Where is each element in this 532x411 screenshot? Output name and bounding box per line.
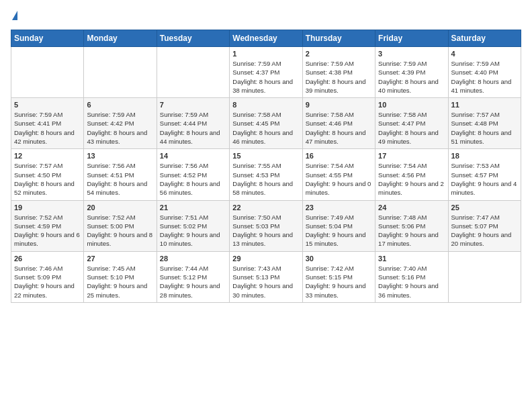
calendar-cell: 2Sunrise: 7:59 AM Sunset: 4:38 PM Daylig… xyxy=(302,47,375,98)
day-info: Sunrise: 7:53 AM Sunset: 4:57 PM Dayligh… xyxy=(451,161,518,197)
day-info: Sunrise: 7:42 AM Sunset: 5:15 PM Dayligh… xyxy=(306,264,372,300)
day-number: 19 xyxy=(14,203,81,212)
calendar-table: SundayMondayTuesdayWednesdayThursdayFrid… xyxy=(11,30,521,303)
day-number: 8 xyxy=(232,101,299,109)
day-info: Sunrise: 7:45 AM Sunset: 5:10 PM Dayligh… xyxy=(87,264,153,300)
calendar-cell: 25Sunrise: 7:47 AM Sunset: 5:07 PM Dayli… xyxy=(448,200,521,251)
weekday-header: Sunday xyxy=(11,30,84,47)
calendar-cell: 10Sunrise: 7:58 AM Sunset: 4:47 PM Dayli… xyxy=(375,98,448,149)
logo-triangle-icon xyxy=(12,11,17,20)
calendar-cell: 3Sunrise: 7:59 AM Sunset: 4:39 PM Daylig… xyxy=(375,47,448,98)
day-info: Sunrise: 7:48 AM Sunset: 5:06 PM Dayligh… xyxy=(378,213,445,248)
calendar-cell: 21Sunrise: 7:51 AM Sunset: 5:02 PM Dayli… xyxy=(157,200,229,251)
day-info: Sunrise: 7:59 AM Sunset: 4:42 PM Dayligh… xyxy=(87,110,153,146)
day-number: 22 xyxy=(232,203,299,212)
day-info: Sunrise: 7:50 AM Sunset: 5:03 PM Dayligh… xyxy=(232,213,299,248)
day-info: Sunrise: 7:54 AM Sunset: 4:55 PM Dayligh… xyxy=(306,161,372,197)
day-info: Sunrise: 7:59 AM Sunset: 4:40 PM Dayligh… xyxy=(451,59,518,95)
calendar-cell xyxy=(84,47,157,98)
day-info: Sunrise: 7:52 AM Sunset: 4:59 PM Dayligh… xyxy=(14,213,81,248)
day-info: Sunrise: 7:43 AM Sunset: 5:13 PM Dayligh… xyxy=(232,264,299,300)
day-info: Sunrise: 7:59 AM Sunset: 4:37 PM Dayligh… xyxy=(232,59,299,95)
calendar-cell: 18Sunrise: 7:53 AM Sunset: 4:57 PM Dayli… xyxy=(448,149,521,200)
day-info: Sunrise: 7:59 AM Sunset: 4:38 PM Dayligh… xyxy=(306,59,372,95)
day-number: 6 xyxy=(87,101,153,109)
day-info: Sunrise: 7:55 AM Sunset: 4:53 PM Dayligh… xyxy=(232,161,299,197)
calendar-cell: 30Sunrise: 7:42 AM Sunset: 5:15 PM Dayli… xyxy=(302,251,375,302)
day-number: 26 xyxy=(14,255,81,263)
calendar-cell xyxy=(157,47,229,98)
weekday-header: Thursday xyxy=(302,30,375,47)
day-number: 17 xyxy=(378,152,445,160)
calendar-cell: 16Sunrise: 7:54 AM Sunset: 4:55 PM Dayli… xyxy=(302,149,375,200)
calendar-cell: 29Sunrise: 7:43 AM Sunset: 5:13 PM Dayli… xyxy=(230,251,302,302)
weekday-header: Friday xyxy=(375,30,448,47)
logo-text xyxy=(11,11,17,21)
calendar-cell: 12Sunrise: 7:57 AM Sunset: 4:50 PM Dayli… xyxy=(11,149,84,200)
day-number: 9 xyxy=(306,101,372,109)
calendar-cell xyxy=(11,47,84,98)
day-number: 21 xyxy=(160,203,226,212)
day-number: 15 xyxy=(232,152,299,160)
day-info: Sunrise: 7:58 AM Sunset: 4:46 PM Dayligh… xyxy=(306,110,372,146)
calendar-cell: 23Sunrise: 7:49 AM Sunset: 5:04 PM Dayli… xyxy=(302,200,375,251)
weekday-header: Saturday xyxy=(448,30,521,47)
day-number: 13 xyxy=(87,152,153,160)
day-info: Sunrise: 7:40 AM Sunset: 5:16 PM Dayligh… xyxy=(378,264,445,300)
calendar-cell xyxy=(448,251,521,302)
day-number: 3 xyxy=(378,50,445,58)
calendar-cell: 5Sunrise: 7:59 AM Sunset: 4:41 PM Daylig… xyxy=(11,98,84,149)
day-info: Sunrise: 7:59 AM Sunset: 4:39 PM Dayligh… xyxy=(378,59,445,95)
calendar-week-row: 26Sunrise: 7:46 AM Sunset: 5:09 PM Dayli… xyxy=(11,251,521,302)
day-info: Sunrise: 7:57 AM Sunset: 4:48 PM Dayligh… xyxy=(451,110,518,146)
weekday-header: Wednesday xyxy=(230,30,302,47)
day-number: 20 xyxy=(87,203,153,212)
calendar-week-row: 1Sunrise: 7:59 AM Sunset: 4:37 PM Daylig… xyxy=(11,47,521,98)
day-info: Sunrise: 7:58 AM Sunset: 4:47 PM Dayligh… xyxy=(378,110,445,146)
day-info: Sunrise: 7:56 AM Sunset: 4:51 PM Dayligh… xyxy=(87,161,153,197)
calendar-week-row: 12Sunrise: 7:57 AM Sunset: 4:50 PM Dayli… xyxy=(11,149,521,200)
day-info: Sunrise: 7:51 AM Sunset: 5:02 PM Dayligh… xyxy=(160,213,226,248)
day-info: Sunrise: 7:49 AM Sunset: 5:04 PM Dayligh… xyxy=(306,213,372,248)
day-info: Sunrise: 7:59 AM Sunset: 4:41 PM Dayligh… xyxy=(14,110,81,146)
logo xyxy=(11,11,17,21)
calendar-cell: 4Sunrise: 7:59 AM Sunset: 4:40 PM Daylig… xyxy=(448,47,521,98)
day-info: Sunrise: 7:54 AM Sunset: 4:56 PM Dayligh… xyxy=(378,161,445,197)
page-container: SundayMondayTuesdayWednesdayThursdayFrid… xyxy=(0,0,532,308)
calendar-cell: 31Sunrise: 7:40 AM Sunset: 5:16 PM Dayli… xyxy=(375,251,448,302)
day-number: 28 xyxy=(160,255,226,263)
day-number: 1 xyxy=(232,50,299,58)
day-info: Sunrise: 7:46 AM Sunset: 5:09 PM Dayligh… xyxy=(14,264,81,300)
calendar-cell: 27Sunrise: 7:45 AM Sunset: 5:10 PM Dayli… xyxy=(84,251,157,302)
day-info: Sunrise: 7:58 AM Sunset: 4:45 PM Dayligh… xyxy=(232,110,299,146)
calendar-cell: 11Sunrise: 7:57 AM Sunset: 4:48 PM Dayli… xyxy=(448,98,521,149)
day-number: 24 xyxy=(378,203,445,212)
calendar-cell: 7Sunrise: 7:59 AM Sunset: 4:44 PM Daylig… xyxy=(157,98,229,149)
calendar-cell: 28Sunrise: 7:44 AM Sunset: 5:12 PM Dayli… xyxy=(157,251,229,302)
day-number: 23 xyxy=(306,203,372,212)
day-number: 10 xyxy=(378,101,445,109)
calendar-cell: 24Sunrise: 7:48 AM Sunset: 5:06 PM Dayli… xyxy=(375,200,448,251)
page-header xyxy=(11,11,521,21)
day-number: 18 xyxy=(451,152,518,160)
calendar-cell: 26Sunrise: 7:46 AM Sunset: 5:09 PM Dayli… xyxy=(11,251,84,302)
calendar-cell: 20Sunrise: 7:52 AM Sunset: 5:00 PM Dayli… xyxy=(84,200,157,251)
day-number: 5 xyxy=(14,101,81,109)
day-number: 31 xyxy=(378,255,445,263)
day-number: 29 xyxy=(232,255,299,263)
calendar-cell: 6Sunrise: 7:59 AM Sunset: 4:42 PM Daylig… xyxy=(84,98,157,149)
calendar-week-row: 5Sunrise: 7:59 AM Sunset: 4:41 PM Daylig… xyxy=(11,98,521,149)
day-number: 11 xyxy=(451,101,518,109)
day-number: 4 xyxy=(451,50,518,58)
calendar-cell: 19Sunrise: 7:52 AM Sunset: 4:59 PM Dayli… xyxy=(11,200,84,251)
day-info: Sunrise: 7:44 AM Sunset: 5:12 PM Dayligh… xyxy=(160,264,226,300)
day-info: Sunrise: 7:52 AM Sunset: 5:00 PM Dayligh… xyxy=(87,213,153,248)
day-number: 25 xyxy=(451,203,518,212)
weekday-header-row: SundayMondayTuesdayWednesdayThursdayFrid… xyxy=(11,30,521,47)
calendar-cell: 17Sunrise: 7:54 AM Sunset: 4:56 PM Dayli… xyxy=(375,149,448,200)
day-number: 14 xyxy=(160,152,226,160)
day-number: 27 xyxy=(87,255,153,263)
day-info: Sunrise: 7:47 AM Sunset: 5:07 PM Dayligh… xyxy=(451,213,518,248)
day-info: Sunrise: 7:57 AM Sunset: 4:50 PM Dayligh… xyxy=(14,161,81,197)
weekday-header: Monday xyxy=(84,30,157,47)
